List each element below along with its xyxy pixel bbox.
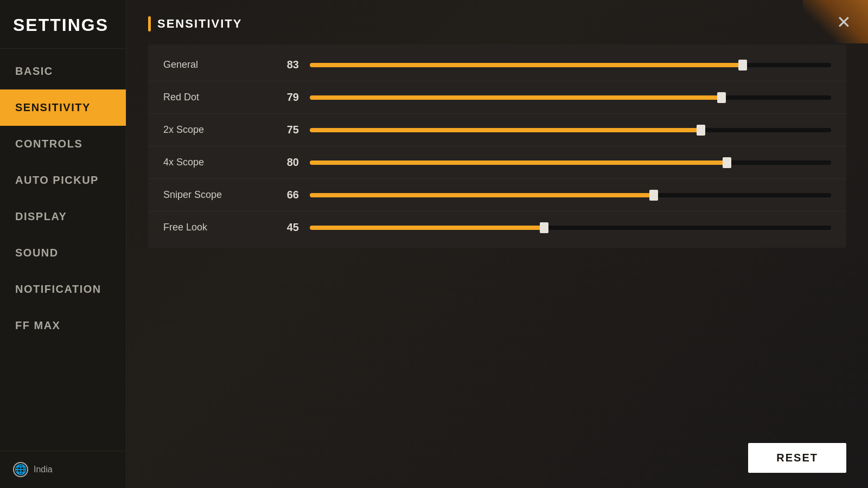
- slider-thumb-general[interactable]: [738, 60, 747, 70]
- slider-fill-4x-scope: [310, 160, 727, 165]
- sidebar-item-display[interactable]: DISPLAY: [0, 198, 126, 235]
- slider-value-general: 83: [272, 59, 299, 71]
- section-title: SENSITIVITY: [157, 17, 242, 31]
- slider-row-2x-scope: 2x Scope 75: [148, 114, 846, 146]
- slider-label-red-dot: Red Dot: [163, 92, 272, 103]
- main-content: ✕ SENSITIVITY General 83 Red Dot 79 2x S…: [126, 0, 868, 488]
- app-title: SETTINGS: [0, 0, 126, 49]
- sidebar-item-sound[interactable]: SOUND: [0, 235, 126, 271]
- sidebar-item-controls[interactable]: CONTROLS: [0, 126, 126, 162]
- slider-fill-free-look: [310, 226, 544, 230]
- slider-track-sniper-scope[interactable]: [310, 191, 831, 199]
- sidebar-item-sensitivity[interactable]: SENSITIVITY: [0, 89, 126, 126]
- slider-track-general[interactable]: [310, 61, 831, 69]
- sensitivity-panel: General 83 Red Dot 79 2x Scope 75: [148, 44, 846, 248]
- close-button[interactable]: ✕: [830, 9, 857, 36]
- sidebar-item-basic[interactable]: BASIC: [0, 53, 126, 89]
- slider-label-sniper-scope: Sniper Scope: [163, 189, 272, 201]
- slider-track-red-dot[interactable]: [310, 94, 831, 101]
- slider-fill-sniper-scope: [310, 193, 654, 197]
- slider-label-2x-scope: 2x Scope: [163, 124, 272, 136]
- slider-value-2x-scope: 75: [272, 124, 299, 136]
- sidebar-item-ff-max[interactable]: FF MAX: [0, 307, 126, 344]
- close-icon: ✕: [837, 14, 851, 31]
- slider-value-4x-scope: 80: [272, 156, 299, 169]
- slider-row-sniper-scope: Sniper Scope 66: [148, 179, 846, 211]
- region-label: India: [34, 465, 53, 474]
- slider-row-4x-scope: 4x Scope 80: [148, 146, 846, 179]
- slider-thumb-red-dot[interactable]: [717, 92, 726, 103]
- slider-fill-2x-scope: [310, 128, 701, 132]
- sidebar: SETTINGS BASICSENSITIVITYCONTROLSAUTO PI…: [0, 0, 126, 488]
- sidebar-footer: 🌐 India: [0, 451, 126, 488]
- slider-row-free-look: Free Look 45: [148, 211, 846, 243]
- slider-track-free-look[interactable]: [310, 224, 831, 232]
- sidebar-nav: BASICSENSITIVITYCONTROLSAUTO PICKUPDISPL…: [0, 49, 126, 451]
- slider-value-free-look: 45: [272, 221, 299, 234]
- slider-thumb-sniper-scope[interactable]: [649, 190, 658, 201]
- slider-fill-red-dot: [310, 95, 722, 100]
- slider-fill-general: [310, 63, 743, 67]
- slider-thumb-2x-scope[interactable]: [697, 125, 705, 136]
- reset-button[interactable]: RESET: [748, 443, 846, 473]
- slider-row-general: General 83: [148, 49, 846, 81]
- section-bar-accent: [148, 16, 151, 31]
- slider-track-4x-scope[interactable]: [310, 159, 831, 166]
- slider-value-sniper-scope: 66: [272, 189, 299, 201]
- slider-value-red-dot: 79: [272, 91, 299, 104]
- slider-thumb-free-look[interactable]: [540, 222, 548, 233]
- sidebar-item-auto-pickup[interactable]: AUTO PICKUP: [0, 162, 126, 198]
- slider-thumb-4x-scope[interactable]: [723, 157, 731, 168]
- slider-label-4x-scope: 4x Scope: [163, 157, 272, 168]
- section-header: SENSITIVITY: [148, 16, 846, 31]
- slider-track-2x-scope[interactable]: [310, 126, 831, 134]
- slider-row-red-dot: Red Dot 79: [148, 81, 846, 114]
- globe-icon: 🌐: [13, 462, 28, 477]
- slider-label-general: General: [163, 59, 272, 70]
- slider-label-free-look: Free Look: [163, 222, 272, 233]
- sidebar-item-notification[interactable]: NOTIFICATION: [0, 271, 126, 307]
